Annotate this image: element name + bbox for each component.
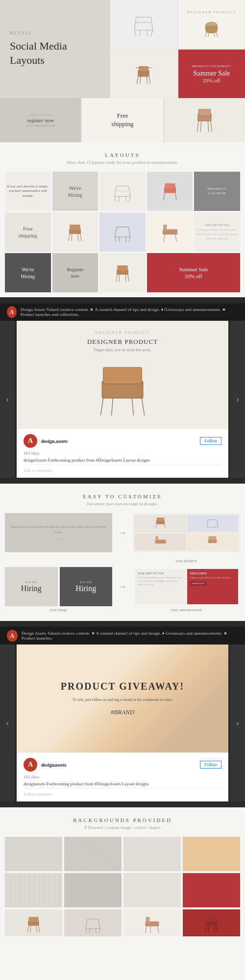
hero-cell-designer-product: DESIGNER PRODUCT <box>178 0 245 49</box>
summer-sale-discount: 20% off <box>192 77 231 83</box>
layout-cell-chair-wood-sm <box>52 212 98 252</box>
svg-line-97 <box>146 927 147 933</box>
layout-cell-summer-sale: Summer Sale20% off <box>147 253 240 292</box>
social-inner-1: ‹ DESIGNER PRODUCT DESIGNER PRODUCT Fing… <box>0 321 245 478</box>
giveaway-body: To win, just follow us and tag a friend … <box>73 697 173 703</box>
layout-cell-hiring-dark: We'reHiring <box>5 253 51 292</box>
svg-line-24 <box>200 121 201 131</box>
bg-chair-2 <box>64 909 122 936</box>
hiring-after: We're Hiring <box>60 567 113 606</box>
svg-line-38 <box>175 193 176 200</box>
svg-line-42 <box>80 234 81 241</box>
image-label: your image <box>5 608 112 612</box>
svg-line-44 <box>78 234 78 241</box>
quote-text: Your brand is what other people say abou… <box>9 524 108 535</box>
social-banner-1: A Design Assets Valued creative content.… <box>0 303 245 321</box>
customize-quote-cell: Your brand is what other people say abou… <box>5 513 112 552</box>
bg-texture-5 <box>5 873 62 907</box>
bg-texture-8 <box>183 873 240 907</box>
retail-label: RETAIL <box>10 31 100 35</box>
next-arrow-2[interactable]: › <box>230 645 245 801</box>
bg-chair-1 <box>5 909 62 936</box>
backgrounds-section: BACKGROUNDS PROVIDED 8 Textured / custom… <box>0 807 245 941</box>
svg-line-15 <box>137 77 139 84</box>
hero-section: RETAIL Social Media Layouts DESIGNER PRO… <box>0 0 245 98</box>
hiring-before: We're Hiring <box>5 567 58 606</box>
social-card-bottom-2: A designassets Follow 102 likes designas… <box>17 752 228 801</box>
bg-chair-3 <box>123 909 181 936</box>
social-inner-2: ‹ PRODUCT GIVEAWAY! To win, just follow … <box>0 645 245 801</box>
banner-row: SOME LABEL register now www.some-domain.… <box>0 98 245 142</box>
social-banner-text-1: Design Assets Valued creative content. ★… <box>21 307 238 317</box>
svg-line-94 <box>96 928 96 933</box>
layout-cell-register-btn: Registernow <box>52 253 98 292</box>
layout-cell-chair-1 <box>99 172 146 211</box>
summer-sale-promo: PRODUCT GIVEAWAY! <box>192 65 231 68</box>
bg-texture-4 <box>183 837 240 871</box>
svg-line-28 <box>128 186 130 196</box>
prev-arrow-2[interactable]: ‹ <box>0 645 15 801</box>
svg-line-71 <box>156 524 157 528</box>
svg-line-46 <box>115 227 117 236</box>
svg-rect-21 <box>198 109 211 116</box>
svg-line-84 <box>39 926 40 932</box>
svg-line-52 <box>125 237 126 242</box>
follow-button-1[interactable]: Follow <box>200 437 221 445</box>
add-comment-1[interactable]: Add a comment <box>24 464 221 473</box>
layout-cell-chair-color <box>147 172 193 211</box>
announcement-label: your announcement <box>133 608 240 612</box>
prev-arrow-1[interactable]: ‹ <box>0 321 15 478</box>
social-card-1: DESIGNER PRODUCT DESIGNER PRODUCT Finger… <box>17 321 228 478</box>
customize-title: EASY TO CUSTOMIZE <box>5 493 240 499</box>
layout-cell-chair-side <box>147 212 193 252</box>
svg-line-22 <box>197 121 198 131</box>
bg-chairs-row <box>5 909 240 936</box>
hiring-title-after: Hiring <box>75 584 96 593</box>
customize-arrow-1: → <box>115 513 130 552</box>
svg-line-47 <box>128 227 130 236</box>
svg-line-18 <box>147 77 147 84</box>
add-comment-2[interactable]: Add a comment <box>24 788 221 797</box>
svg-line-55 <box>175 234 176 241</box>
svg-rect-36 <box>165 183 175 188</box>
layouts-subtitle: More than 15 layouts ready for your prod… <box>5 160 240 165</box>
product-title-1: DESIGNER PRODUCT <box>87 338 158 346</box>
summer-sale-title: Summer Sale <box>192 70 231 77</box>
social-section-2: A Design Assets Valued creative content.… <box>0 621 245 807</box>
svg-line-67 <box>112 398 113 415</box>
svg-line-12 <box>208 33 209 37</box>
hiring-cells: We're Hiring We're Hiring <box>5 567 112 606</box>
product-img-4 <box>187 533 239 550</box>
customize-arrow-2: → <box>115 567 130 606</box>
svg-line-11 <box>217 32 218 37</box>
svg-line-61 <box>119 275 120 282</box>
layouts-section: LAYOUTS More than 15 layouts ready for y… <box>0 142 245 297</box>
product-label-1: DESIGNER PRODUCT <box>96 331 150 335</box>
social-caption-1: designAssets Forthcoming product from #D… <box>24 458 221 463</box>
banner-register-url: www.some-domain.com <box>26 124 55 127</box>
svg-line-103 <box>217 926 218 932</box>
announcement-cell: OUR GIFT TO YOU If you spend $200 or mor… <box>133 567 240 606</box>
follow-button-2[interactable]: Follow <box>200 761 221 769</box>
layout-cell-hiring-1: We'reHiring <box>52 172 98 211</box>
social-banner-avatar-1: A <box>7 306 17 318</box>
banner-free-shipping: Free shipping <box>82 98 163 142</box>
bg-texture-7 <box>123 873 181 907</box>
hiring-we-label: We're <box>25 580 38 584</box>
ann-gift: OUR GIFT TO YOU If you spend $200 or mor… <box>135 569 186 604</box>
hero-right: DESIGNER PRODUCT <box>110 0 245 98</box>
hiring-title-before: Hiring <box>21 584 42 593</box>
svg-rect-58 <box>117 265 128 270</box>
next-arrow-1[interactable]: › <box>230 321 245 478</box>
svg-line-27 <box>115 186 117 196</box>
customize-row-1: Your brand is what other people say abou… <box>5 513 240 552</box>
svg-line-74 <box>207 520 208 527</box>
svg-line-17 <box>140 77 141 84</box>
banner-chair <box>164 98 245 142</box>
layout-cell-product-launch: PRODUCTLAUNCH <box>194 172 240 211</box>
customize-labels-2: your image your announcement <box>5 606 240 616</box>
svg-line-51 <box>119 237 120 242</box>
svg-line-85 <box>30 926 31 932</box>
social-card-2: PRODUCT GIVEAWAY! To win, just follow us… <box>17 645 228 801</box>
customize-subtitle: Just insert your own message in designs. <box>5 501 240 506</box>
